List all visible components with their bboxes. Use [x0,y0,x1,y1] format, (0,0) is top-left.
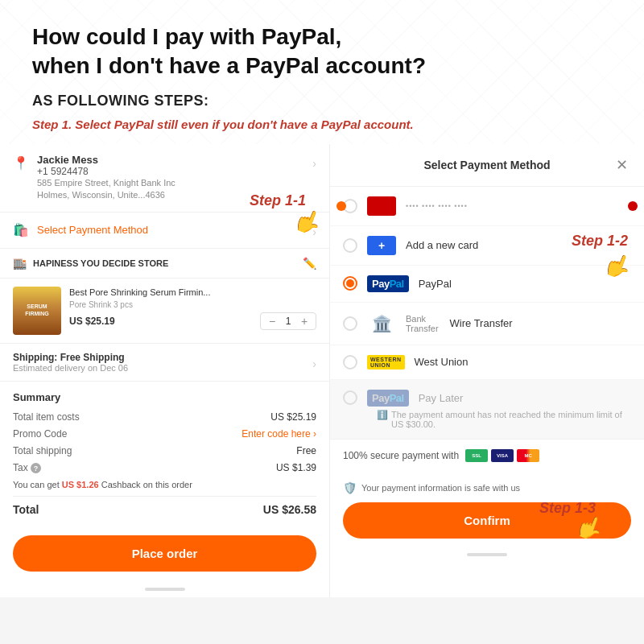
paypal-label: PayPal [419,278,452,290]
summary-row-promo[interactable]: Promo Code Enter code here › [13,428,316,440]
payment-option-wire-transfer[interactable]: 🏛️ BankTransfer Wire Transfer [330,303,644,345]
radio-new-card [343,238,357,253]
payment-option-saved-card[interactable]: •••• •••• •••• •••• [330,187,644,226]
paypal-icon: PayPal [367,275,409,292]
summary-items-label: Total item costs [13,411,80,423]
address-arrow: › [312,157,316,170]
edit-icon[interactable]: ✏️ [303,257,316,270]
product-name: Best Pore Shrinking Serum Firmin... [69,287,316,298]
bottom-bar-left [0,581,329,597]
right-column: Select Payment Method ✕ •••• •••• •••• •… [330,144,644,597]
address-street: 585 Empire Street, Knight Bank Inc [37,177,304,189]
saved-card-icon-area [367,196,396,216]
product-row: SERUMFIRMING Best Pore Shrinking Serum F… [0,279,329,344]
shield-icon: 🛡️ [343,481,357,494]
shipping-info: Shipping: Free Shipping Estimated delive… [13,352,312,373]
pay-later-section: PayPal Pay Later ℹ️ The payment amount h… [330,380,644,439]
payment-modal: Select Payment Method ✕ •••• •••• •••• •… [330,144,644,563]
payment-option-paypal[interactable]: PayPal PayPal [330,266,644,303]
store-icon: 🏬 [13,257,27,270]
secure-text: 100% secure payment with [343,450,459,461]
two-col-layout: 📍 Jackie Mess +1 5924478 585 Empire Stre… [0,144,644,597]
pay-later-title: Pay Later [419,392,464,404]
mastercard-icon [367,196,396,216]
total-value: US $26.58 [263,503,316,516]
product-details: Best Pore Shrinking Serum Firmin... Pore… [69,287,316,330]
summary-row-shipping: Total shipping Free [13,445,316,456]
summary-row-items: Total item costs US $25.19 [13,411,316,423]
quantity-control: − 1 + [260,312,316,330]
step-1-2-label: Step 1-2 [572,233,628,250]
summary-items-value: US $25.19 [270,411,316,423]
summary-promo-label: Promo Code [13,428,67,440]
radio-pay-later [343,390,357,405]
cashback-row: You can get US $1.26 Cashback on this or… [13,480,316,489]
shipping-row: Shipping: Free Shipping Estimated delive… [0,344,329,382]
security-text: Your payment information is safe with us [361,483,520,493]
modal-header: Select Payment Method ✕ [330,144,644,187]
mc-badge: MC [517,449,539,462]
pay-later-note: ℹ️ The payment amount has not reached th… [343,410,631,429]
bottom-indicator-left [145,588,185,591]
place-order-button[interactable]: Place order [13,535,316,572]
store-left: 🏬 HAPINESS YOU DECIDE Store [13,257,168,270]
security-text-row: 🛡️ Your payment information is safe with… [330,475,644,494]
summary-row-tax: Tax ? US $1.39 [13,462,316,474]
add-card-label: Add a new card [406,239,478,251]
store-name: HAPINESS YOU DECIDE Store [33,258,168,268]
main-title: How could I pay with PayPal,when I don't… [32,23,612,81]
summary-section: Summary Total item costs US $25.19 Promo… [0,382,329,526]
header-section: How could I pay with PayPal,when I don't… [0,0,644,144]
product-price-row: US $25.19 − 1 + [69,312,316,330]
info-icon: ℹ️ [377,410,388,420]
product-price: US $25.19 [69,316,115,327]
payment-section[interactable]: 🛍️ Select Payment Method › [0,213,329,249]
left-column: 📍 Jackie Mess +1 5924478 585 Empire Stre… [0,144,330,597]
payment-label: Select Payment Method [37,224,148,236]
subtitle: As Following Steps: [32,93,612,109]
cashback-suffix: Cashback on this order [99,480,192,489]
summary-divider [13,496,316,497]
bank-transfer-icon: 🏛️ [367,312,396,335]
product-img-text: SERUMFIRMING [25,303,49,317]
qty-increase-btn[interactable]: + [298,315,311,328]
pay-later-icon: PayPal [367,390,409,407]
bank-transfer-text: BankTransfer [406,314,439,333]
total-row: Total US $26.58 [13,503,316,516]
secure-row: 100% secure payment with SSL VISA MC [343,449,631,462]
summary-promo-value: Enter code here › [242,428,316,440]
western-union-badge: WESTERNUNION [367,355,405,369]
product-img-inner: SERUMFIRMING [13,287,61,335]
shipping-date: Estimated delivery on Dec 06 [13,363,312,373]
qty-decrease-btn[interactable]: − [266,315,279,328]
close-button[interactable]: ✕ [612,155,631,175]
summary-shipping-label: Total shipping [13,445,72,456]
modal-title: Select Payment Method [362,159,612,171]
address-name: Jackie Mess [37,154,304,166]
product-image: SERUMFIRMING [13,287,61,335]
product-variant: Pore Shrink 3 pcs [69,300,316,309]
cashback-amount: US $1.26 [62,480,99,489]
location-icon: 📍 [13,155,29,171]
radio-paypal [343,276,357,291]
secure-icons: SSL VISA MC [465,449,539,462]
tax-help-icon[interactable]: ? [31,463,41,473]
total-label: Total [13,503,39,516]
new-card-icon: + [367,236,396,255]
saved-card-number: •••• •••• •••• •••• [406,202,468,210]
summary-tax-value: US $1.39 [276,462,316,473]
western-union-label: West Union [415,356,469,368]
pay-later-header: PayPal Pay Later [343,390,631,407]
bottom-indicator-right [467,553,507,556]
visa-badge: VISA [491,449,514,462]
summary-title: Summary [13,391,316,403]
payment-icon: 🛍️ [13,222,29,237]
checkout-panel: 📍 Jackie Mess +1 5924478 585 Empire Stre… [0,144,330,597]
store-section: 🏬 HAPINESS YOU DECIDE Store ✏️ [0,249,329,279]
radio-paypal-inner [346,279,354,287]
secure-section: 100% secure payment with SSL VISA MC [330,439,644,475]
radio-wire-transfer [343,316,357,331]
address-phone: +1 5924478 [37,166,304,177]
payment-option-western-union[interactable]: WESTERNUNION West Union [330,345,644,380]
radio-western-union [343,355,357,369]
